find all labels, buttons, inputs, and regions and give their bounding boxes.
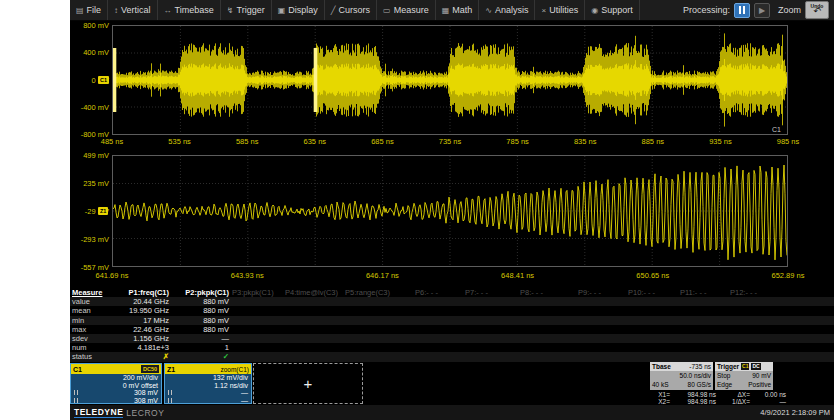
c1-scale: 200 mV/div — [123, 374, 158, 381]
c1-channel-marker[interactable]: C1 — [98, 76, 109, 84]
measure-row-value: value 20.44 GHz 880 mV — [70, 297, 834, 306]
status-ok-icon: ✓ — [172, 352, 232, 361]
grid2-xlabel: 648.41 ns — [501, 271, 534, 280]
menu-vertical[interactable]: ↕Vertical — [108, 0, 158, 20]
menu-cursors[interactable]: ╱Cursors — [325, 0, 377, 20]
menu-trigger[interactable]: ↯Trigger — [221, 0, 272, 20]
c1-descriptor-header: C1 DC50 — [71, 364, 161, 374]
grid2-ylabel: 499 mV — [72, 151, 109, 160]
timebase-samples: 40 kS — [652, 381, 669, 388]
vertical-icon: ↕ — [114, 6, 118, 15]
measure-marker-icon — [168, 398, 172, 403]
c1-waveform — [113, 26, 787, 134]
c1-name: C1 — [73, 366, 82, 373]
measure-col-p3[interactable]: P3:pkpk(C1) — [232, 288, 285, 297]
measure-col-p12[interactable]: P12:- - - — [730, 288, 834, 297]
timebase-box[interactable]: Tbase -735 ns 50.0 ns/div 40 kS 80 GS/s — [650, 362, 713, 390]
measure-icon: ▭ — [383, 6, 391, 15]
p2-value: 1 — [172, 343, 232, 352]
measure-col-p1[interactable]: P1:freq(C1) — [115, 288, 172, 297]
processing-label: Processing: — [683, 5, 730, 15]
measure-col-p10[interactable]: P10:- - - — [628, 288, 680, 297]
grid1-xlabel: 935 ns — [709, 137, 732, 146]
waveform-grid-z1[interactable] — [112, 155, 788, 267]
analysis-icon: ∿ — [485, 6, 492, 15]
trigger-coupling-badge: DC — [751, 363, 760, 370]
menu-file-label: File — [87, 5, 102, 15]
menu-support[interactable]: ◉Support — [585, 0, 640, 20]
status-warn-icon: ✗ — [115, 352, 172, 361]
grid2-xlabel: 652.89 ns — [772, 271, 805, 280]
timebase-label: Tbase — [652, 363, 671, 370]
p1-value: 22.46 GHz — [115, 325, 172, 334]
waveform-grid-c1[interactable] — [112, 25, 788, 135]
grid2-ylabel: -293 mV — [72, 235, 109, 244]
menu-utilities-label: Utilities — [549, 5, 578, 15]
menu-utilities[interactable]: ×Utilities — [535, 0, 585, 20]
z1-descriptor-box[interactable]: Z1 zoom(C1) 132 mV/div 1.12 ns/div — — — [164, 363, 252, 404]
menu-file[interactable]: ▤File — [70, 0, 108, 20]
zoom-label: Zoom — [778, 5, 801, 15]
measure-marker-icon — [74, 398, 78, 403]
trigger-box[interactable]: Trigger C1 DC Stop 90 mV Edge Positive — [715, 362, 773, 390]
menu-math-label: Math — [452, 5, 472, 15]
row-label: max — [70, 325, 115, 334]
dx-value: 0.00 ns — [750, 391, 786, 398]
brand-teledyne: TELEDYNE — [74, 407, 123, 418]
add-trace-button[interactable]: + — [253, 363, 363, 404]
z1-waveform — [113, 156, 787, 266]
play-button[interactable]: ▶ — [754, 3, 770, 18]
row-label: num — [70, 343, 115, 352]
row-label: min — [70, 316, 115, 325]
menu-timebase[interactable]: ↔Timebase — [158, 0, 221, 20]
measure-col-p6[interactable]: P6:- - - — [415, 288, 465, 297]
z1-descriptor-header: Z1 zoom(C1) — [165, 364, 251, 374]
menu-measure[interactable]: ▭Measure — [377, 0, 436, 20]
measure-row-min: min 17 MHz 880 mV — [70, 316, 834, 325]
brand-lecroy: LECROY — [126, 408, 164, 418]
grid2-xlabel: 643.93 ns — [231, 271, 264, 280]
measure-table: Measure P1:freq(C1) P2:pkpk(C1) P3:pkpk(… — [70, 288, 834, 362]
trigger-icon: ↯ — [227, 6, 234, 15]
p2-value: 880 mV — [172, 316, 232, 325]
pause-button[interactable] — [734, 3, 750, 18]
measure-col-p5[interactable]: P5:range(C3) — [345, 288, 415, 297]
menu-analysis[interactable]: ∿Analysis — [479, 0, 535, 20]
measure-col-p8[interactable]: P8:- - - — [520, 288, 578, 297]
timebase-delay: -735 ns — [689, 363, 711, 370]
grid2-xlabel: 641.69 ns — [96, 271, 129, 280]
p2-value: 880 mV — [172, 325, 232, 334]
menu-display[interactable]: ▣Display — [272, 0, 325, 20]
datetime: 4/9/2021 2:18:09 PM — [760, 408, 830, 417]
x1-label: X1= — [652, 391, 670, 398]
measure-col-p2[interactable]: P2:pkpk(C1) — [172, 288, 232, 297]
measure-row-status: status ✗ ✓ — [70, 352, 834, 361]
menu-math[interactable]: ▦Math — [436, 0, 480, 20]
file-icon: ▤ — [76, 6, 84, 15]
measure-col-p7[interactable]: P7:- - - — [465, 288, 520, 297]
measure-col-p9[interactable]: P9:- - - — [578, 288, 628, 297]
grid1-ylabel: -400 mV — [72, 103, 109, 112]
measure-col-p11[interactable]: P11:- - - — [680, 288, 730, 297]
grid1-xlabel: 835 ns — [574, 137, 597, 146]
c1-descriptor-box[interactable]: C1 DC50 200 mV/div 0 mV offset 308 mV 30… — [70, 363, 162, 404]
grid1-xlabel: 885 ns — [642, 137, 665, 146]
c1-coupling-badge: DC50 — [141, 365, 159, 373]
menu-support-label: Support — [601, 5, 633, 15]
grid1-xlabel: 635 ns — [304, 137, 327, 146]
undo-zoom-button[interactable]: Undo ↶ — [805, 1, 829, 19]
measure-row-num: num 4.181e+3 1 — [70, 343, 834, 352]
measure-col-p4[interactable]: P4:time@lv(C3) — [285, 288, 345, 297]
p1-value: 20.44 GHz — [115, 297, 172, 306]
menu-trigger-label: Trigger — [236, 5, 264, 15]
menu-cursors-label: Cursors — [339, 5, 371, 15]
measure-row-sdev: sdev 1.156 GHz — — [70, 334, 834, 343]
z1-channel-marker[interactable]: Z1 — [98, 207, 108, 215]
trigger-kind: Edge — [717, 381, 732, 388]
grid1-ylabel: 800 mV — [72, 21, 109, 30]
grid1-xlabel: 985 ns — [777, 137, 800, 146]
grid2-xlabel: 650.65 ns — [636, 271, 669, 280]
row-label: mean — [70, 306, 115, 315]
z1-mode: zoom(C1) — [220, 366, 249, 373]
grid1-xlabel: 535 ns — [168, 137, 191, 146]
